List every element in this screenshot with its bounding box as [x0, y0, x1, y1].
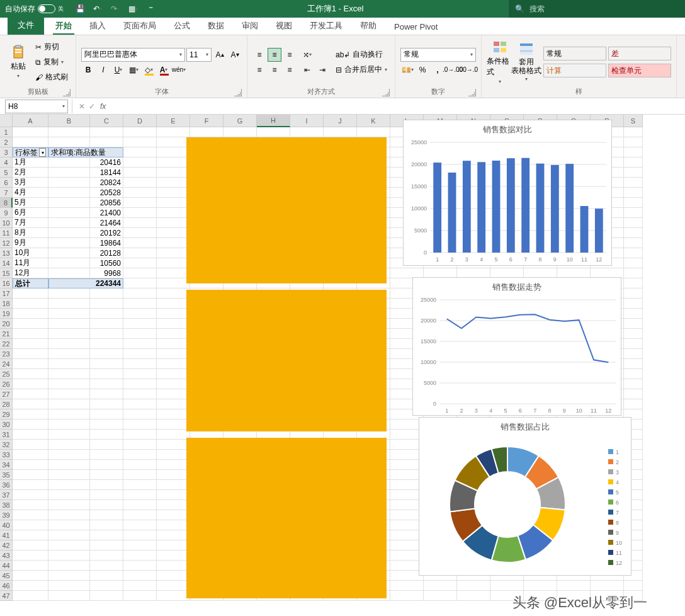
cell-B45[interactable]	[48, 571, 90, 581]
cell-D2[interactable]	[123, 137, 157, 147]
cell-E9[interactable]	[157, 208, 190, 218]
cell-S28[interactable]	[624, 399, 643, 409]
cell-C37[interactable]	[90, 490, 123, 500]
row-header-35[interactable]: 35	[0, 470, 13, 480]
cell-A34[interactable]	[13, 460, 48, 470]
cell-B35[interactable]	[48, 470, 90, 480]
cell-S14[interactable]	[624, 258, 643, 268]
cell-B6[interactable]: 20824	[48, 178, 123, 188]
cell-S25[interactable]	[624, 369, 643, 379]
row-header-16[interactable]: 16	[0, 278, 13, 288]
cell-A11[interactable]: 8月	[13, 228, 48, 238]
cell-E35[interactable]	[157, 470, 190, 480]
cell-A3[interactable]: 行标签▾	[13, 147, 48, 157]
cell-A33[interactable]	[13, 450, 48, 460]
cell-K1[interactable]	[357, 127, 390, 137]
cell-S1[interactable]	[624, 127, 643, 137]
cell-C21[interactable]	[90, 329, 123, 339]
cell-D32[interactable]	[123, 440, 157, 450]
cell-A1[interactable]	[13, 127, 48, 137]
cell-A36[interactable]	[13, 480, 48, 490]
cell-D30[interactable]	[123, 419, 157, 430]
cell-E31[interactable]	[157, 430, 190, 440]
enter-icon[interactable]: ✓	[89, 102, 95, 111]
cell-B3[interactable]: 求和项:商品数量	[48, 147, 123, 157]
cell-B44[interactable]	[48, 561, 90, 571]
cell-C25[interactable]	[90, 369, 123, 379]
cell-B23[interactable]	[48, 349, 90, 359]
tab-帮助[interactable]: 帮助	[351, 16, 385, 35]
cell-S24[interactable]	[624, 359, 643, 369]
cell-E29[interactable]	[157, 409, 190, 419]
row-header-27[interactable]: 27	[0, 389, 13, 399]
cell-A24[interactable]	[13, 359, 48, 369]
cell-C22[interactable]	[90, 339, 123, 349]
filter-icon[interactable]: ▾	[39, 148, 46, 157]
cell-B31[interactable]	[48, 430, 90, 440]
cell-M46[interactable]	[424, 581, 457, 591]
cell-C27[interactable]	[90, 389, 123, 399]
cell-A35[interactable]	[13, 470, 48, 480]
row-header-6[interactable]: 6	[0, 178, 13, 188]
cell-B40[interactable]	[48, 520, 90, 530]
cell-C20[interactable]	[90, 319, 123, 329]
col-header-C[interactable]: C	[90, 115, 123, 127]
cell-S17[interactable]	[624, 288, 643, 299]
cell-H1[interactable]	[257, 127, 290, 137]
align-center-button[interactable]: ≡	[268, 63, 281, 77]
cell-D11[interactable]	[123, 228, 157, 238]
row-header-34[interactable]: 34	[0, 460, 13, 470]
cell-S13[interactable]	[624, 248, 643, 258]
cell-E38[interactable]	[157, 500, 190, 510]
cell-A14[interactable]: 11月	[13, 258, 48, 268]
cell-S2[interactable]	[624, 137, 643, 147]
row-header-22[interactable]: 22	[0, 339, 13, 349]
cell-D12[interactable]	[123, 238, 157, 248]
col-header-I[interactable]: I	[290, 115, 324, 127]
cell-E4[interactable]	[157, 157, 190, 168]
row-header-41[interactable]: 41	[0, 530, 13, 540]
dialog-launcher-icon[interactable]	[468, 89, 476, 96]
cell-E22[interactable]	[157, 339, 190, 349]
cancel-icon[interactable]: ✕	[79, 102, 85, 111]
row-header-11[interactable]: 11	[0, 228, 13, 238]
style-bad[interactable]: 差	[608, 47, 671, 60]
cell-B8[interactable]: 20856	[48, 198, 123, 208]
row-header-15[interactable]: 15	[0, 268, 13, 278]
cell-D9[interactable]	[123, 208, 157, 218]
cell-E13[interactable]	[157, 248, 190, 258]
cell-B1[interactable]	[48, 127, 90, 137]
undo-icon[interactable]: ↶▾	[93, 4, 103, 14]
cell-D29[interactable]	[123, 409, 157, 419]
row-header-28[interactable]: 28	[0, 399, 13, 409]
worksheet-grid[interactable]: ABCDEFGHIJKLMNOPQRS 12345678910111213141…	[0, 115, 685, 616]
cell-D36[interactable]	[123, 480, 157, 490]
increase-indent-button[interactable]: ⇥	[315, 63, 329, 77]
cell-C38[interactable]	[90, 500, 123, 510]
cell-A28[interactable]	[13, 399, 48, 409]
search-box[interactable]: 🔍 搜索	[509, 0, 685, 18]
row-header-19[interactable]: 19	[0, 309, 13, 319]
row-header-44[interactable]: 44	[0, 561, 13, 571]
cell-C36[interactable]	[90, 480, 123, 490]
cell-S16[interactable]	[624, 278, 643, 288]
italic-button[interactable]: I	[96, 63, 110, 77]
cell-C47[interactable]	[90, 591, 123, 601]
cell-C40[interactable]	[90, 520, 123, 530]
cell-D13[interactable]	[123, 248, 157, 258]
cell-L46[interactable]	[390, 581, 424, 591]
cell-D46[interactable]	[123, 581, 157, 591]
cell-C17[interactable]	[90, 288, 123, 299]
cell-E14[interactable]	[157, 258, 190, 268]
cell-E30[interactable]	[157, 419, 190, 430]
cell-B29[interactable]	[48, 409, 90, 419]
cell-S23[interactable]	[624, 349, 643, 359]
cell-C42[interactable]	[90, 540, 123, 550]
cell-D5[interactable]	[123, 168, 157, 178]
conditional-formatting-button[interactable]: 条件格式▾	[487, 37, 513, 86]
cell-D44[interactable]	[123, 561, 157, 571]
cell-J1[interactable]	[324, 127, 357, 137]
cell-C33[interactable]	[90, 450, 123, 460]
format-as-table-button[interactable]: 套用 表格格式▾	[513, 37, 540, 86]
cell-S21[interactable]	[624, 329, 643, 339]
